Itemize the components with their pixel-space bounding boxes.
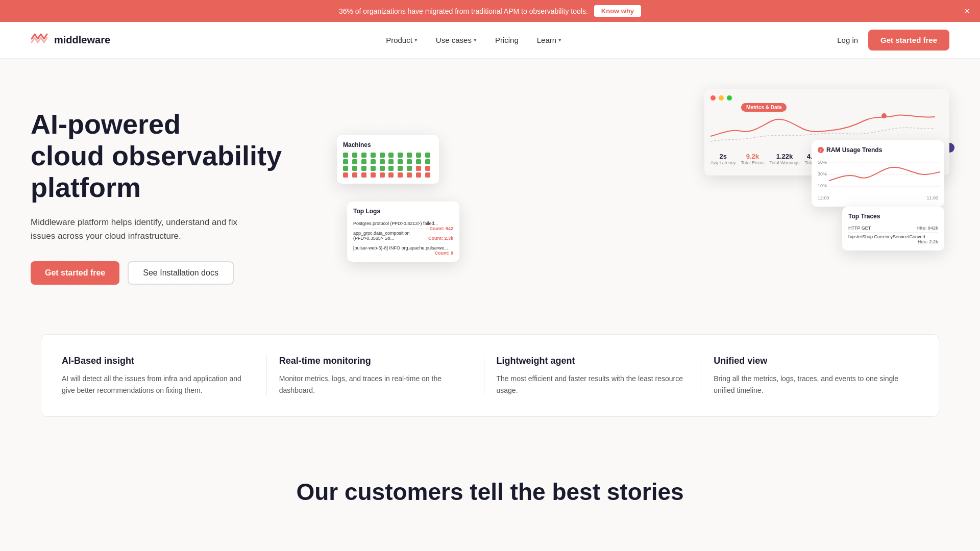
machine-dot <box>361 153 366 158</box>
machine-dot <box>352 172 357 178</box>
machine-dot <box>371 172 376 178</box>
features-wrapper: AI-Based insight AI will detect all the … <box>0 324 980 437</box>
machine-dot <box>425 166 430 171</box>
machine-dot <box>416 172 421 178</box>
ram-widget: i RAM Usage Trends 50% 30% 10% 12: <box>812 140 944 207</box>
ram-time-labels: 12:00 11:00 <box>818 195 938 201</box>
machine-dot <box>371 159 376 164</box>
machine-dot <box>380 153 385 158</box>
machine-dot <box>407 153 412 158</box>
machine-dot <box>380 166 385 171</box>
nav-learn[interactable]: Learn ▾ <box>537 36 561 44</box>
svg-point-0 <box>881 113 887 118</box>
machine-dot <box>388 153 394 158</box>
machine-dot <box>343 172 348 178</box>
trace-entry: HTTP GETHits: 942k <box>848 224 938 233</box>
machines-title: Machines <box>343 141 433 148</box>
machine-dot <box>398 172 403 178</box>
machines-widget: Machines <box>337 135 439 184</box>
log-entry: [pulsar-web-6}-8] INFO org.apache.pulsar… <box>353 243 453 253</box>
machine-dot <box>380 172 385 178</box>
ram-svg: 50% 30% 10% <box>818 158 940 191</box>
hero-section: AI-poweredcloud observabilityplatform Mi… <box>0 59 980 324</box>
nav-pricing[interactable]: Pricing <box>495 36 519 44</box>
feature-title: Real-time monitoring <box>279 355 472 367</box>
feature-title: Unified view <box>714 355 906 367</box>
top-logs-widget: Top Logs Postgres.protocol (PFD>0.8213>)… <box>347 202 459 262</box>
feature-desc: Monitor metrics, logs, and traces in rea… <box>279 373 472 396</box>
machine-dot <box>388 172 394 178</box>
svg-text:10%: 10% <box>818 183 827 188</box>
logs-list: Postgres.protocol (PFD>0.8213>) failed..… <box>353 219 453 253</box>
nav-cta-button[interactable]: Get started free <box>868 30 949 51</box>
maximize-dot <box>727 95 732 101</box>
announcement-banner: 36% of organizations have migrated from … <box>0 0 980 22</box>
feature-item-2: Lightweight agent The most efficient and… <box>484 355 702 396</box>
hero-title: AI-poweredcloud observabilityplatform <box>31 108 316 203</box>
machine-dot <box>416 166 421 171</box>
dashboard-preview: Metrics & Data 2s Avg Latency <box>337 89 949 304</box>
nav-product[interactable]: Product ▾ <box>386 36 418 44</box>
svg-text:30%: 30% <box>818 171 827 177</box>
dashboard-mockup: Metrics & Data 2s Avg Latency <box>337 89 949 304</box>
product-chevron-icon: ▾ <box>414 37 418 43</box>
machine-dot <box>407 159 412 164</box>
machine-dot <box>352 159 357 164</box>
metrics-badge: Metrics & Data <box>741 103 787 112</box>
banner-text: 36% of organizations have migrated from … <box>339 7 588 15</box>
main-nav: middleware Product ▾ Use cases ▾ Pricing… <box>0 22 980 59</box>
hero-content: AI-poweredcloud observabilityplatform Mi… <box>31 108 316 285</box>
feature-item-1: Real-time monitoring Monitor metrics, lo… <box>267 355 484 396</box>
nav-use-cases[interactable]: Use cases ▾ <box>436 36 477 44</box>
minimize-dot <box>719 95 724 101</box>
nav-actions: Log in Get started free <box>837 30 949 51</box>
machine-dot <box>416 159 421 164</box>
ram-chart: 50% 30% 10% <box>818 158 938 193</box>
machine-dot <box>380 159 385 164</box>
machine-dot <box>388 159 394 164</box>
machine-dot <box>343 166 348 171</box>
features-grid: AI-Based insight AI will detect all the … <box>41 334 939 417</box>
machine-dot <box>352 166 357 171</box>
machine-dot <box>361 159 366 164</box>
use-cases-chevron-icon: ▾ <box>474 37 477 43</box>
logo-text: middleware <box>54 34 110 46</box>
machine-dot <box>416 153 421 158</box>
logs-title: Top Logs <box>353 208 453 215</box>
ram-title: i RAM Usage Trends <box>818 146 938 154</box>
banner-cta-button[interactable]: Know why <box>594 5 641 17</box>
log-entry: Postgres.protocol (PFD>0.8213>) failed..… <box>353 219 453 229</box>
svg-text:50%: 50% <box>818 160 827 165</box>
machines-grid <box>343 153 433 178</box>
top-traces-widget: Top Traces HTTP GETHits: 942khipsterShop… <box>842 207 944 251</box>
traces-list: HTTP GETHits: 942khipsterShop.CurrencySe… <box>848 224 938 241</box>
traces-title: Top Traces <box>848 213 938 220</box>
machine-dot <box>398 159 403 164</box>
machine-dot <box>398 153 403 158</box>
machine-dot <box>407 172 412 178</box>
machine-dot <box>343 153 348 158</box>
hero-cta-primary[interactable]: Get started free <box>31 261 119 285</box>
machine-dot <box>407 166 412 171</box>
machine-dot <box>371 166 376 171</box>
logo-icon <box>31 32 49 48</box>
banner-close-button[interactable]: × <box>964 7 970 16</box>
machine-dot <box>398 166 403 171</box>
window-titlebar <box>710 95 943 101</box>
hero-cta-secondary[interactable]: See Installation docs <box>128 261 234 285</box>
close-dot <box>710 95 716 101</box>
feature-desc: Bring all the metrics, logs, traces, and… <box>714 373 906 396</box>
logo[interactable]: middleware <box>31 32 110 48</box>
machine-dot <box>425 153 430 158</box>
feature-desc: AI will detect all the issues from infra… <box>62 373 254 396</box>
hero-subtitle: Middleware platform helps identify, unde… <box>31 215 245 243</box>
machine-dot <box>343 159 348 164</box>
feature-desc: The most efficient and faster results wi… <box>497 373 689 396</box>
trace-entry: hipsterShop.CurrencyService/ConvertHits:… <box>848 233 938 241</box>
learn-chevron-icon: ▾ <box>558 37 561 43</box>
login-button[interactable]: Log in <box>837 36 858 44</box>
feature-item-3: Unified view Bring all the metrics, logs… <box>701 355 918 396</box>
nav-links: Product ▾ Use cases ▾ Pricing Learn ▾ <box>386 36 561 44</box>
info-icon: i <box>818 147 824 153</box>
machine-dot <box>352 153 357 158</box>
